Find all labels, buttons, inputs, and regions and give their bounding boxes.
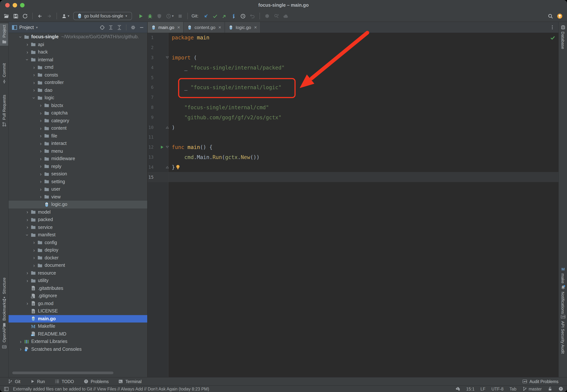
chevron-right-icon[interactable]: › (32, 240, 36, 245)
minimize-window-button[interactable] (13, 3, 17, 7)
zoom-window-button[interactable] (20, 3, 25, 7)
status-widget-tab[interactable]: Tab (509, 387, 516, 391)
search-history-button[interactable] (272, 13, 280, 19)
code-line-14[interactable]: 14} (148, 162, 558, 172)
chevron-right-icon[interactable]: › (25, 225, 30, 230)
chevron-right-icon[interactable]: › (32, 88, 36, 93)
tool-stripe-pull-requests[interactable]: Pull Requests (0, 93, 8, 128)
expand-all-button[interactable] (107, 24, 114, 31)
tree-item-service[interactable]: ›service (9, 224, 147, 231)
code-line-11[interactable]: 11 (148, 132, 558, 142)
panel-settings-button[interactable] (130, 24, 136, 31)
tree-item-deploy[interactable]: ›deploy (9, 246, 147, 254)
tool-window-button-problems[interactable]: Problems (80, 378, 113, 385)
tool-stripe-api-security-audit[interactable]: /APIAPI Security Audit (559, 313, 567, 355)
tree-item-setting[interactable]: ›setting (9, 178, 147, 185)
chevron-right-icon[interactable]: › (38, 172, 43, 177)
chevron-right-icon[interactable]: › (38, 149, 43, 154)
tree-item-license[interactable]: LICENSE (9, 307, 147, 315)
status-widget-master[interactable]: master (522, 386, 542, 391)
tree-item-internal[interactable]: ›internal (9, 56, 147, 64)
profiler-button[interactable]: ▾ (164, 13, 175, 19)
git-push-button[interactable] (220, 13, 229, 19)
chevron-right-icon[interactable]: › (38, 187, 43, 192)
chevron-right-icon[interactable]: › (38, 126, 43, 131)
tree-item-cmd[interactable]: ›cmd (9, 64, 147, 71)
status-widget-lf[interactable]: LF (480, 387, 486, 391)
tree-item-reply[interactable]: ›reply (9, 163, 147, 170)
chevron-down-icon[interactable]: › (32, 96, 36, 100)
tool-stripe-commit[interactable]: Commit (0, 62, 8, 85)
code-line-13[interactable]: 13 cmd.Main.Run(gctx.New()) (148, 152, 558, 162)
tree-item-readme-md[interactable]: MDREADME.MD (9, 330, 147, 338)
chevron-right-icon[interactable]: › (38, 195, 43, 199)
tree-item-bizctx[interactable]: ›bizctx (9, 102, 147, 109)
shelve-button[interactable] (263, 13, 271, 19)
close-icon[interactable]: × (254, 25, 257, 30)
chevron-down-icon[interactable]: › (25, 57, 30, 62)
tab-logic-go[interactable]: logic.go× (225, 22, 261, 33)
fold-up-icon[interactable] (165, 165, 170, 169)
run-gutter-button[interactable] (160, 145, 164, 150)
chevron-right-icon[interactable]: › (38, 179, 43, 184)
chevron-down-icon[interactable]: › (18, 35, 23, 39)
chevron-right-icon[interactable]: › (25, 217, 30, 222)
tree-item-view[interactable]: ›view (9, 193, 147, 201)
git-merge-button[interactable] (229, 13, 238, 19)
chevron-right-icon[interactable]: › (25, 271, 30, 276)
chevron-right-icon[interactable]: › (18, 339, 23, 344)
run-configuration-select[interactable]: go build focus-single▾ (73, 12, 132, 20)
tree-item-manifest[interactable]: ›manifest (9, 231, 147, 239)
fold-down-icon[interactable] (165, 55, 170, 60)
user-button[interactable]: ▾ (60, 13, 71, 19)
tree-item-main-go[interactable]: main.go (9, 315, 147, 322)
editor-empty-space[interactable] (148, 182, 558, 377)
chevron-right-icon[interactable]: › (18, 347, 23, 352)
code-line-12[interactable]: 12func main() { (148, 142, 558, 152)
chevron-right-icon[interactable]: › (38, 103, 43, 108)
chevron-right-icon[interactable]: › (25, 210, 30, 215)
intention-bulb-icon[interactable] (175, 164, 181, 170)
code-line-5[interactable]: 5 (148, 72, 558, 83)
tree-item-category[interactable]: ›category (9, 117, 147, 125)
sync-button[interactable] (21, 13, 29, 19)
tool-window-button-audit-problems[interactable]: /APIAudit Problems (518, 378, 563, 385)
tool-window-button-git[interactable]: Git (4, 378, 24, 385)
tree-item-docker[interactable]: ›docker (9, 254, 147, 262)
tree-item-captcha[interactable]: ›captcha (9, 109, 147, 117)
git-rollback-button[interactable] (248, 13, 256, 19)
search-button[interactable] (546, 13, 555, 19)
chevron-right-icon[interactable]: › (38, 164, 43, 169)
tree-item-controller[interactable]: ›controller (9, 79, 147, 86)
tree-item-resource[interactable]: ›resource (9, 269, 147, 277)
fold-down-icon[interactable] (165, 145, 170, 149)
play-button[interactable] (136, 13, 145, 19)
git-history-button[interactable] (238, 13, 247, 19)
code-line-6[interactable]: 6 _ "focus-single/internal/logic" (148, 83, 558, 93)
tree-item-user[interactable]: ›user (9, 185, 147, 193)
save-button[interactable] (12, 13, 20, 19)
tool-window-button-todo[interactable]: TODO (51, 378, 78, 385)
tool-stripe-openapi[interactable]: OpenAPI/API (0, 324, 8, 350)
tool-stripe-project[interactable]: Project (0, 23, 8, 46)
tree-item-dao[interactable]: ›dao (9, 86, 147, 94)
window-switcher-icon[interactable] (4, 386, 9, 392)
tree-item-content[interactable]: ›content (9, 125, 147, 132)
tree-item-consts[interactable]: ›consts (9, 71, 147, 79)
tree-item-focus-single[interactable]: ›focus-single~/Workspace/Go/GOPATH/src/g… (9, 33, 147, 41)
tree-item-logic-go[interactable]: logic.go (9, 201, 147, 208)
arrow-left-button[interactable] (36, 13, 44, 19)
code-line-8[interactable]: 8 "focus-single/internal/cmd" (148, 102, 558, 112)
chevron-right-icon[interactable]: › (38, 134, 43, 139)
tool-stripe-notifications[interactable]: Notifications (559, 283, 567, 315)
chevron-right-icon[interactable]: › (38, 141, 43, 146)
chevron-right-icon[interactable]: › (32, 263, 36, 268)
tree-item-document[interactable]: ›document (9, 262, 147, 269)
tree-item-go-mod[interactable]: ›go.mod (9, 300, 147, 307)
status-widget-excl[interactable] (558, 386, 563, 391)
fold-up-icon[interactable] (165, 125, 170, 129)
update-badge-button[interactable] (555, 13, 564, 19)
tree-item-scratches-and-consoles[interactable]: ›Scratches and Consoles (9, 345, 147, 353)
code-line-2[interactable]: 2 (148, 43, 558, 53)
tree-item-model[interactable]: ›model (9, 208, 147, 216)
